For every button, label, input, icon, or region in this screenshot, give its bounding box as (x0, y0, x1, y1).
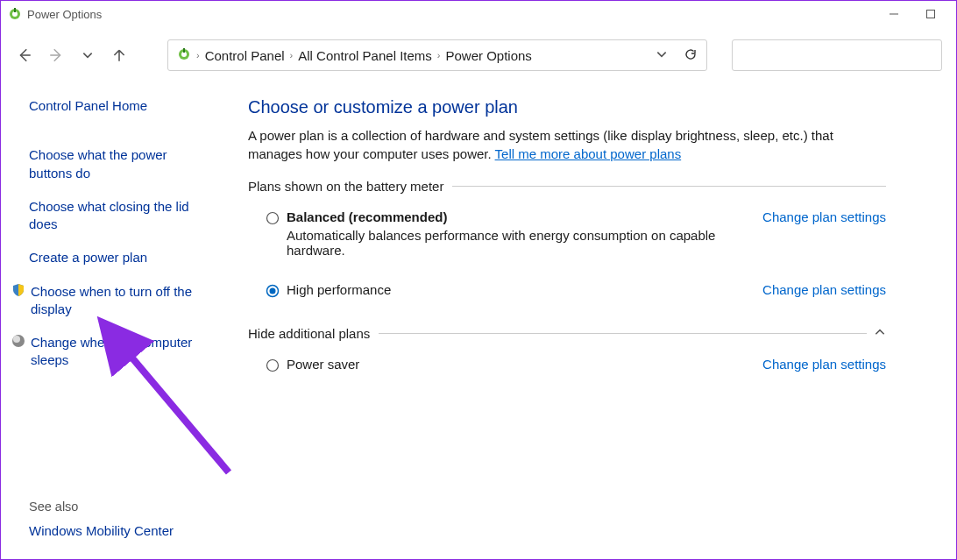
turn-off-display-link[interactable]: Choose when to turn off the display (11, 283, 213, 319)
shield-icon (11, 334, 25, 348)
shield-icon (11, 283, 25, 297)
window-title: Power Options (27, 8, 102, 21)
titlebar: Power Options (1, 1, 956, 27)
recent-dropdown[interactable] (78, 46, 97, 65)
control-panel-home-link[interactable]: Control Panel Home (29, 97, 213, 115)
svg-rect-2 (14, 8, 16, 12)
window-controls (886, 1, 949, 27)
svg-point-14 (270, 288, 276, 294)
create-plan-link[interactable]: Create a power plan (29, 249, 213, 266)
computer-sleeps-link[interactable]: Change when the computer sleeps (11, 334, 213, 370)
address-bar[interactable]: › Control Panel › All Control Panel Item… (167, 39, 707, 71)
up-button[interactable] (110, 46, 129, 65)
power-options-icon (8, 7, 22, 21)
change-plan-settings-link[interactable]: Change plan settings (762, 282, 886, 297)
window: Power Options › Control Panel › All Cont… (0, 0, 957, 560)
plan-description: Automatically balances performance with … (287, 228, 762, 258)
power-buttons-link[interactable]: Choose what the power buttons do (29, 146, 213, 182)
forward-button[interactable] (46, 46, 66, 65)
svg-point-12 (267, 213, 279, 224)
mobility-center-link[interactable]: Windows Mobility Center (29, 523, 174, 538)
chevron-right-icon[interactable]: › (290, 50, 294, 60)
page-description: A power plan is a collection of hardware… (248, 126, 861, 163)
sidebar-item-label: Choose when to turn off the display (31, 283, 213, 319)
chevron-down-icon[interactable] (656, 48, 668, 63)
chevron-right-icon[interactable]: › (437, 50, 441, 60)
section-label: Hide additional plans (248, 326, 370, 341)
radio-power-saver[interactable] (266, 358, 280, 372)
breadcrumb-power-options[interactable]: Power Options (445, 48, 531, 63)
svg-rect-9 (183, 48, 185, 53)
divider (379, 333, 867, 334)
tell-me-more-link[interactable]: Tell me more about power plans (495, 146, 682, 161)
svg-rect-4 (927, 11, 935, 18)
back-button[interactable] (15, 46, 34, 65)
radio-balanced[interactable] (266, 211, 280, 225)
plan-name: Balanced (recommended) (287, 209, 762, 224)
sidebar: Control Panel Home Choose what the power… (1, 97, 222, 559)
section-battery-meter: Plans shown on the battery meter (248, 179, 886, 194)
change-plan-settings-link[interactable]: Change plan settings (762, 209, 886, 224)
refresh-button[interactable] (684, 47, 698, 64)
nav-row: › Control Panel › All Control Panel Item… (1, 34, 956, 76)
minimize-button[interactable] (886, 1, 902, 27)
plan-name: Power saver (287, 357, 762, 372)
plan-high-performance: High performance Change plan settings (248, 277, 886, 303)
page-heading: Choose or customize a power plan (248, 97, 886, 117)
chevron-right-icon[interactable]: › (196, 50, 200, 60)
maximize-button[interactable] (923, 1, 939, 27)
change-plan-settings-link[interactable]: Change plan settings (762, 357, 886, 372)
breadcrumb-all-items[interactable]: All Control Panel Items (298, 48, 432, 63)
plan-balanced: Balanced (recommended) Automatically bal… (248, 204, 886, 263)
svg-point-11 (13, 336, 20, 343)
search-input[interactable] (732, 39, 942, 71)
power-options-icon (177, 47, 191, 64)
section-label: Plans shown on the battery meter (248, 179, 443, 194)
see-also-label: See also (29, 500, 78, 514)
divider (452, 186, 886, 187)
plan-name: High performance (287, 282, 762, 297)
sidebar-item-label: Change when the computer sleeps (31, 334, 213, 370)
breadcrumb-control-panel[interactable]: Control Panel (205, 48, 285, 63)
body: Control Panel Home Choose what the power… (1, 76, 956, 559)
main-content: Choose or customize a power plan A power… (222, 97, 956, 559)
svg-point-15 (267, 360, 279, 372)
chevron-up-icon[interactable] (874, 326, 886, 341)
section-additional-plans[interactable]: Hide additional plans (248, 326, 886, 341)
closing-lid-link[interactable]: Choose what closing the lid does (29, 198, 213, 234)
plan-power-saver: Power saver Change plan settings (248, 351, 886, 378)
radio-high-performance[interactable] (266, 284, 280, 298)
